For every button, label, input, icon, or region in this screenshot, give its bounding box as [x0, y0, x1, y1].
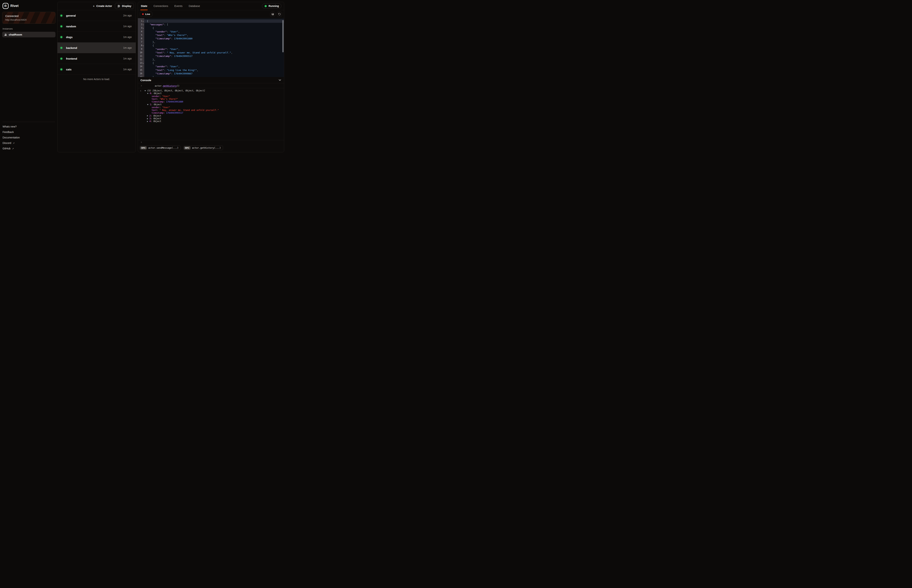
- line-number: 16: [138, 72, 142, 75]
- console-tree-prop-sender: sender: "User": [138, 106, 284, 109]
- expanded-arrow-icon[interactable]: [147, 93, 149, 94]
- editor-scrollbar[interactable]: [282, 20, 284, 52]
- prop-separator: :: [163, 111, 166, 114]
- footer-link-feedback[interactable]: Feedback: [2, 129, 55, 135]
- revert-button[interactable]: [277, 12, 282, 17]
- code-content: "timestamp": 1764043999867: [144, 72, 192, 75]
- prompt-icon: [140, 85, 142, 86]
- editor-line-4: 4"sender": "User",: [138, 30, 284, 33]
- tree-index: 2: [149, 115, 151, 117]
- rivet-logo-icon[interactable]: R: [3, 3, 8, 9]
- prop-separator: :: [163, 100, 166, 103]
- actor-row-random[interactable]: random1m ago: [58, 21, 136, 32]
- expanded-arrow-icon[interactable]: [147, 104, 149, 105]
- editor-line-2: 2"messages": [: [138, 23, 284, 26]
- expanded-arrow-icon[interactable]: [144, 90, 146, 91]
- editor-lines: 1{2"messages": [3{4"sender": "User",5"te…: [138, 19, 284, 77]
- console-tree-item-2: 2: Object: [138, 115, 284, 117]
- line-number: 17: [138, 75, 142, 77]
- editor-line-10: 10"text": " Nay, answer me. Stand and un…: [138, 51, 284, 54]
- instances-list: chatRoom: [2, 32, 55, 37]
- tab-database[interactable]: Database: [188, 2, 200, 10]
- prop-key: text: [152, 98, 157, 100]
- actor-row-dogs[interactable]: dogs1m ago: [58, 32, 136, 42]
- collapsed-arrow-icon[interactable]: [147, 115, 148, 116]
- tab-connections[interactable]: Connections: [153, 2, 168, 10]
- footer-link-whats-new[interactable]: Whats new?: [2, 124, 55, 129]
- fold-toggle[interactable]: [142, 19, 144, 23]
- actor-row-frontend[interactable]: frontend1m ago: [58, 53, 136, 64]
- editor-line-13: 13{: [138, 61, 284, 65]
- prop-separator: :: [157, 109, 160, 111]
- json-number: 1764043991880: [174, 37, 193, 40]
- actor-name: frontend: [66, 57, 77, 60]
- editor-line-11: 11"timestamp": 1764043995517: [138, 54, 284, 58]
- instance-item-chatroom[interactable]: chatRoom: [2, 32, 55, 37]
- footer-link-documentation[interactable]: Documentation: [2, 135, 55, 140]
- console-tree-prop-text: text: " Nay, answer me. Stand and unfold…: [138, 109, 284, 111]
- actor-status-dot: [60, 15, 62, 16]
- console-input[interactable]: [138, 140, 284, 144]
- line-number: 7: [138, 40, 142, 44]
- collapsed-arrow-icon[interactable]: [147, 121, 148, 122]
- actor-row-cats[interactable]: cats1m ago: [58, 64, 136, 75]
- footer-link-discord[interactable]: Discord↗: [2, 140, 55, 146]
- actor-name: dogs: [66, 36, 73, 39]
- tree-value: Object: [154, 103, 161, 106]
- command-method: getHistory: [163, 84, 177, 87]
- create-actor-button[interactable]: + Create Actor: [91, 3, 114, 9]
- json-punctuation: :: [164, 34, 167, 37]
- editor-line-1: 1{: [138, 19, 284, 23]
- actor-status-dot: [60, 47, 62, 49]
- rpc-shortcut-actor-gethistory[interactable]: RPCactor.getHistory(...): [183, 145, 223, 150]
- rpc-shortcut-label: actor.getHistory(...): [192, 147, 221, 149]
- fold-spacer: [142, 47, 144, 51]
- live-badge-label: Live: [145, 13, 150, 16]
- line-number: 13: [138, 61, 142, 65]
- fold-toggle[interactable]: [142, 44, 144, 47]
- fold-toggle[interactable]: [142, 61, 144, 65]
- return-value-icon: [140, 90, 142, 91]
- line-number: 5: [138, 33, 142, 37]
- tree-separator: :: [151, 120, 153, 123]
- fold-spacer: [142, 37, 144, 40]
- tab-state[interactable]: State: [140, 2, 148, 10]
- code-content: "sender": "User",: [144, 30, 180, 33]
- rpc-shortcut-actor-sendmessage[interactable]: RPCactor.sendMessage(...): [139, 145, 181, 150]
- tree-value: Object: [153, 117, 161, 120]
- fold-toggle[interactable]: [142, 23, 144, 26]
- inspector-tabbar: StateConnectionsEventsDatabase Running: [138, 2, 284, 10]
- state-json-editor[interactable]: 1{2"messages": [3{4"sender": "User",5"te…: [138, 18, 284, 77]
- actor-row-general[interactable]: general2m ago: [58, 10, 136, 21]
- display-button[interactable]: Display: [115, 3, 134, 9]
- footer-links: Whats new?FeedbackDocumentationDiscord↗G…: [2, 124, 55, 151]
- fold-spacer: [142, 65, 144, 68]
- users-icon: [4, 33, 7, 36]
- json-punctuation: }: [152, 76, 154, 77]
- prop-value: "Who’s there?": [160, 98, 178, 100]
- tab-events[interactable]: Events: [174, 2, 183, 10]
- line-number: 12: [138, 58, 142, 61]
- fold-toggle[interactable]: [142, 26, 144, 30]
- line-number: 15: [138, 68, 142, 72]
- tree-index: 1: [150, 103, 151, 106]
- chevron-down-icon: [143, 27, 144, 29]
- console-tree-prop-timestamp: timestamp: 1764043991880: [138, 100, 284, 103]
- chevron-down-icon[interactable]: [279, 78, 281, 81]
- prop-value: 1764043995517: [166, 111, 183, 114]
- external-link-icon: ↗: [12, 147, 14, 150]
- actor-row-backend[interactable]: backend1m ago: [58, 42, 136, 53]
- json-string: "Long live the King!": [167, 69, 197, 71]
- json-punctuation: :: [167, 65, 170, 68]
- rpc-badge: RPC: [140, 146, 147, 150]
- save-button[interactable]: [270, 12, 275, 17]
- json-punctuation: {: [152, 27, 154, 29]
- footer-link-github[interactable]: GitHub↗: [2, 146, 55, 151]
- json-string: " Nay, answer me. Stand and unfold yours…: [167, 51, 231, 54]
- collapsed-arrow-icon[interactable]: [147, 118, 148, 120]
- json-punctuation: :: [171, 55, 174, 57]
- code-content: "timestamp": 1764043995517: [144, 54, 192, 58]
- json-string: "User": [169, 48, 178, 50]
- fold-spacer: [142, 75, 144, 77]
- prop-value: "User": [162, 106, 170, 109]
